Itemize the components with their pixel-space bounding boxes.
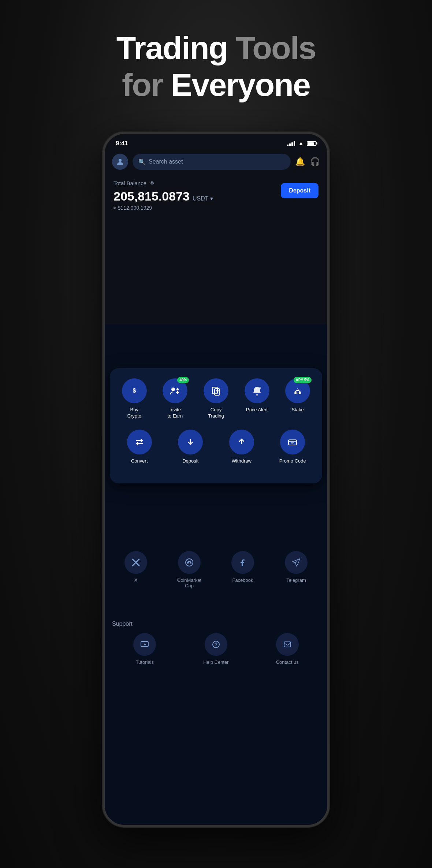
svg-point-25 — [186, 559, 193, 566]
copy-trading-label: CopyTrading — [208, 407, 224, 419]
telegram-label: Telegram — [286, 577, 306, 583]
withdraw-icon — [229, 430, 254, 454]
search-bar[interactable]: 🔍 Search asset — [133, 154, 291, 170]
social-section: X CoinMarketCap — [105, 544, 327, 596]
promo-code-label: Promo Code — [279, 458, 306, 464]
social-grid: X CoinMarketCap — [112, 551, 320, 588]
hero-word-for: for — [122, 67, 171, 103]
stake-label: Stake — [292, 407, 304, 413]
balance-currency: USDT ▾ — [193, 195, 213, 202]
tutorials-label: Tutorials — [136, 659, 154, 665]
app-header: 🔍 Search asset 🔔 🎧 — [105, 150, 327, 173]
action-invite-to-earn[interactable]: 40% Inviteto Earn — [157, 378, 194, 419]
signal-icon — [287, 141, 295, 146]
avatar[interactable] — [112, 154, 128, 170]
status-icons: ▲ — [287, 140, 316, 147]
svg-rect-32 — [284, 642, 291, 647]
x-icon — [124, 551, 147, 574]
action-buy-crypto[interactable]: $ BuyCrypto — [116, 378, 153, 419]
svg-point-3 — [171, 388, 175, 391]
notification-icon[interactable]: 🔔 — [295, 157, 305, 167]
support-section: Support Tutorials ? Help — [105, 613, 327, 672]
support-title: Support — [112, 621, 320, 627]
invite-label: Inviteto Earn — [167, 407, 183, 419]
coinmarketcap-icon — [178, 551, 201, 574]
battery-icon — [307, 141, 316, 146]
hero-section: Trading Tools for Everyone — [0, 29, 432, 103]
support-tutorials[interactable]: Tutorials — [112, 633, 178, 665]
svg-text:$: $ — [133, 388, 136, 394]
x-label: X — [134, 577, 138, 583]
withdraw-label: Withdraw — [232, 458, 252, 464]
headset-icon[interactable]: 🎧 — [310, 157, 320, 167]
buy-crypto-label: BuyCrypto — [127, 407, 141, 419]
hero-word-everyone: Everyone — [171, 67, 310, 103]
support-contact-us[interactable]: Contact us — [254, 633, 320, 665]
action-row-2: Convert Deposit — [116, 430, 316, 464]
help-center-icon: ? — [205, 633, 227, 656]
action-convert[interactable]: Convert — [116, 430, 163, 464]
action-row-1: $ BuyCrypto — [116, 378, 316, 419]
svg-point-0 — [119, 159, 122, 162]
status-time: 9:41 — [116, 140, 128, 147]
balance-info: Total Balance 👁 205,815.0873 USDT ▾ ≈ $1… — [113, 180, 213, 211]
invite-badge: 40% — [177, 377, 189, 383]
phone-frame: 9:41 ▲ 🔍 Search asset 🔔 — [103, 132, 329, 827]
social-facebook[interactable]: Facebook — [219, 551, 267, 588]
deposit-label: Deposit — [182, 458, 198, 464]
action-menu-card: $ BuyCrypto — [110, 368, 322, 483]
search-placeholder: Search asset — [149, 158, 183, 165]
header-icons: 🔔 🎧 — [295, 157, 320, 167]
svg-text:$: $ — [259, 386, 261, 389]
balance-amount: 205,815.0873 USDT ▾ — [113, 189, 213, 203]
action-withdraw[interactable]: Withdraw — [218, 430, 265, 464]
balance-section: Total Balance 👁 205,815.0873 USDT ▾ ≈ $1… — [105, 173, 327, 217]
contact-us-label: Contact us — [276, 659, 299, 665]
social-x[interactable]: X — [112, 551, 160, 588]
deposit-icon — [178, 430, 203, 454]
telegram-icon — [285, 551, 308, 574]
price-alert-icon: $ — [245, 378, 269, 403]
action-copy-trading[interactable]: CopyTrading — [197, 378, 235, 419]
coinmarketcap-label: CoinMarketCap — [177, 577, 201, 588]
hero-word-trading: Trading — [116, 30, 228, 66]
balance-usd: ≈ $112,000.1929 — [113, 205, 213, 211]
social-telegram[interactable]: Telegram — [272, 551, 320, 588]
svg-point-4 — [176, 388, 179, 390]
convert-icon — [127, 430, 152, 454]
tutorials-icon — [133, 633, 156, 656]
svg-point-11 — [256, 394, 258, 396]
convert-label: Convert — [131, 458, 148, 464]
facebook-icon — [231, 551, 254, 574]
buy-crypto-icon: $ — [122, 378, 147, 403]
price-alert-label: Price Alert — [246, 407, 268, 413]
facebook-label: Facebook — [232, 577, 253, 583]
hero-title: Trading Tools for Everyone — [0, 29, 432, 103]
deposit-top-button[interactable]: Deposit — [281, 183, 319, 198]
status-bar: 9:41 ▲ — [105, 134, 327, 150]
social-coinmarketcap[interactable]: CoinMarketCap — [165, 551, 213, 588]
balance-label: Total Balance 👁 — [113, 180, 213, 186]
action-price-alert[interactable]: $ Price Alert — [238, 378, 276, 419]
support-help-center[interactable]: ? Help Center — [183, 633, 249, 665]
hero-word-tools: Tools — [228, 30, 316, 66]
action-stake[interactable]: $ APY 5% Stake — [279, 378, 316, 419]
stake-badge: APY 5% — [294, 377, 312, 383]
svg-point-26 — [187, 562, 189, 564]
search-icon: 🔍 — [138, 158, 146, 165]
currency-dropdown-icon[interactable]: ▾ — [210, 195, 213, 202]
eye-icon[interactable]: 👁 — [149, 180, 155, 186]
action-deposit[interactable]: Deposit — [167, 430, 215, 464]
support-grid: Tutorials ? Help Center — [112, 633, 320, 665]
svg-text:?: ? — [215, 641, 218, 647]
wifi-icon: ▲ — [298, 140, 304, 147]
svg-rect-21 — [288, 440, 297, 445]
contact-us-icon — [276, 633, 299, 656]
svg-point-27 — [190, 562, 191, 564]
action-promo-code[interactable]: Promo Code — [269, 430, 317, 464]
svg-line-28 — [295, 561, 298, 563]
help-center-label: Help Center — [203, 659, 228, 665]
promo-code-icon — [280, 430, 305, 454]
copy-trading-icon — [204, 378, 228, 403]
svg-text:$: $ — [297, 388, 299, 391]
